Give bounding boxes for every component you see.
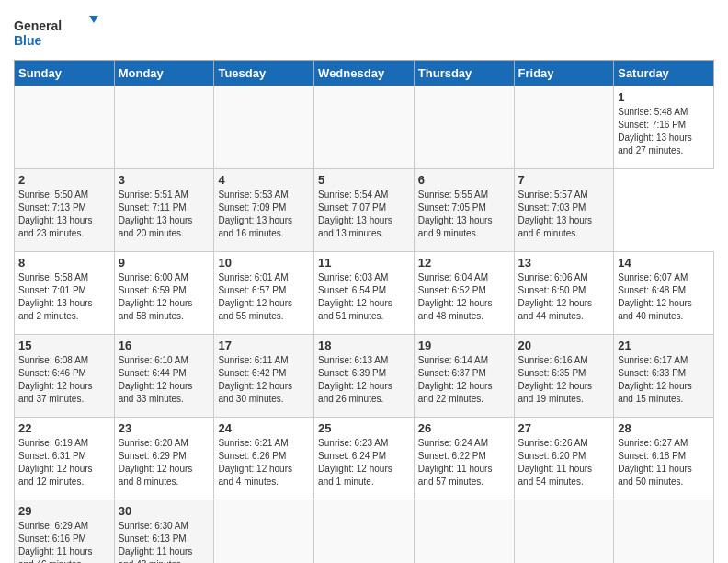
day-number: 9 xyxy=(119,256,210,270)
calendar-day-cell: 29Sunrise: 6:29 AMSunset: 6:16 PMDayligh… xyxy=(15,500,115,564)
day-info: Sunrise: 5:50 AMSunset: 7:13 PMDaylight:… xyxy=(18,189,110,240)
day-info: Sunrise: 6:21 AMSunset: 6:26 PMDaylight:… xyxy=(218,437,310,488)
day-info: Sunrise: 6:08 AMSunset: 6:46 PMDaylight:… xyxy=(18,354,110,406)
day-info: Sunrise: 6:10 AMSunset: 6:44 PMDaylight:… xyxy=(119,354,210,406)
day-number: 18 xyxy=(318,339,410,352)
day-number: 23 xyxy=(119,421,210,435)
day-info: Sunrise: 6:17 AMSunset: 6:33 PMDaylight:… xyxy=(618,354,710,406)
calendar-day-cell xyxy=(214,86,314,169)
calendar-day-cell xyxy=(414,86,514,169)
day-of-week-header: Saturday xyxy=(614,61,714,86)
calendar-day-cell: 21Sunrise: 6:17 AMSunset: 6:33 PMDayligh… xyxy=(614,335,714,418)
calendar-day-cell: 7Sunrise: 5:57 AMSunset: 7:03 PMDaylight… xyxy=(514,169,614,252)
calendar-day-cell: 2Sunrise: 5:50 AMSunset: 7:13 PMDaylight… xyxy=(15,169,115,252)
day-number: 26 xyxy=(418,421,510,435)
calendar-day-cell: 5Sunrise: 5:54 AMSunset: 7:07 PMDaylight… xyxy=(314,169,415,252)
calendar-day-cell: 15Sunrise: 6:08 AMSunset: 6:46 PMDayligh… xyxy=(15,335,115,418)
calendar-header-row: SundayMondayTuesdayWednesdayThursdayFrid… xyxy=(15,61,714,86)
calendar-day-cell: 9Sunrise: 6:00 AMSunset: 6:59 PMDaylight… xyxy=(114,252,214,335)
day-info: Sunrise: 5:55 AMSunset: 7:05 PMDaylight:… xyxy=(418,189,510,240)
day-info: Sunrise: 6:27 AMSunset: 6:18 PMDaylight:… xyxy=(618,437,710,488)
calendar-day-cell: 14Sunrise: 6:07 AMSunset: 6:48 PMDayligh… xyxy=(614,252,714,335)
day-number: 5 xyxy=(318,173,410,187)
day-number: 2 xyxy=(18,173,110,187)
day-number: 15 xyxy=(18,339,110,352)
day-info: Sunrise: 6:07 AMSunset: 6:48 PMDaylight:… xyxy=(618,271,710,323)
calendar-week-row: 2Sunrise: 5:50 AMSunset: 7:13 PMDaylight… xyxy=(15,169,714,252)
day-info: Sunrise: 5:51 AMSunset: 7:11 PMDaylight:… xyxy=(119,189,210,240)
calendar-day-cell: 18Sunrise: 6:13 AMSunset: 6:39 PMDayligh… xyxy=(314,335,415,418)
calendar-day-cell xyxy=(514,86,614,169)
logo: General Blue xyxy=(14,14,106,51)
day-number: 25 xyxy=(318,421,410,435)
calendar-day-cell: 4Sunrise: 5:53 AMSunset: 7:09 PMDaylight… xyxy=(214,169,314,252)
day-number: 19 xyxy=(418,339,510,352)
calendar-day-cell: 6Sunrise: 5:55 AMSunset: 7:05 PMDaylight… xyxy=(414,169,514,252)
day-info: Sunrise: 6:01 AMSunset: 6:57 PMDaylight:… xyxy=(218,271,310,323)
day-info: Sunrise: 6:00 AMSunset: 6:59 PMDaylight:… xyxy=(119,271,210,323)
page-header: General Blue xyxy=(14,14,714,51)
calendar-week-row: 1Sunrise: 5:48 AMSunset: 7:16 PMDaylight… xyxy=(15,86,714,169)
calendar-day-cell: 25Sunrise: 6:23 AMSunset: 6:24 PMDayligh… xyxy=(314,418,415,500)
calendar-day-cell: 20Sunrise: 6:16 AMSunset: 6:35 PMDayligh… xyxy=(514,335,614,418)
day-of-week-header: Monday xyxy=(114,61,214,86)
calendar-day-cell: 23Sunrise: 6:20 AMSunset: 6:29 PMDayligh… xyxy=(114,418,214,500)
day-number: 13 xyxy=(518,256,610,270)
calendar-day-cell: 3Sunrise: 5:51 AMSunset: 7:11 PMDaylight… xyxy=(114,169,214,252)
calendar-week-row: 22Sunrise: 6:19 AMSunset: 6:31 PMDayligh… xyxy=(15,418,714,500)
day-number: 17 xyxy=(218,339,310,352)
calendar-week-row: 8Sunrise: 5:58 AMSunset: 7:01 PMDaylight… xyxy=(15,252,714,335)
calendar-day-cell: 28Sunrise: 6:27 AMSunset: 6:18 PMDayligh… xyxy=(614,418,714,500)
calendar-day-cell: 1Sunrise: 5:48 AMSunset: 7:16 PMDaylight… xyxy=(614,86,714,169)
day-number: 28 xyxy=(618,421,710,435)
calendar-week-row: 29Sunrise: 6:29 AMSunset: 6:16 PMDayligh… xyxy=(15,500,714,564)
calendar-day-cell xyxy=(314,86,415,169)
day-number: 11 xyxy=(318,256,410,270)
day-of-week-header: Tuesday xyxy=(214,61,314,86)
day-info: Sunrise: 5:57 AMSunset: 7:03 PMDaylight:… xyxy=(518,189,610,240)
day-number: 24 xyxy=(218,421,310,435)
day-of-week-header: Thursday xyxy=(414,61,514,86)
calendar-week-row: 15Sunrise: 6:08 AMSunset: 6:46 PMDayligh… xyxy=(15,335,714,418)
day-info: Sunrise: 6:03 AMSunset: 6:54 PMDaylight:… xyxy=(318,271,410,323)
day-number: 1 xyxy=(618,90,710,104)
calendar-table: SundayMondayTuesdayWednesdayThursdayFrid… xyxy=(14,60,714,563)
day-info: Sunrise: 6:23 AMSunset: 6:24 PMDaylight:… xyxy=(318,437,410,488)
calendar-day-cell: 26Sunrise: 6:24 AMSunset: 6:22 PMDayligh… xyxy=(414,418,514,500)
day-info: Sunrise: 6:16 AMSunset: 6:35 PMDaylight:… xyxy=(518,354,610,406)
day-number: 22 xyxy=(18,421,110,435)
calendar-day-cell: 22Sunrise: 6:19 AMSunset: 6:31 PMDayligh… xyxy=(15,418,115,500)
day-info: Sunrise: 6:20 AMSunset: 6:29 PMDaylight:… xyxy=(119,437,210,488)
day-number: 7 xyxy=(518,173,610,187)
logo-svg: General Blue xyxy=(14,14,106,51)
day-number: 20 xyxy=(518,339,610,352)
svg-marker-2 xyxy=(89,16,98,23)
day-number: 29 xyxy=(18,504,110,518)
calendar-day-cell xyxy=(614,500,714,564)
calendar-day-cell: 17Sunrise: 6:11 AMSunset: 6:42 PMDayligh… xyxy=(214,335,314,418)
day-number: 21 xyxy=(618,339,710,352)
calendar-day-cell: 16Sunrise: 6:10 AMSunset: 6:44 PMDayligh… xyxy=(114,335,214,418)
day-number: 6 xyxy=(418,173,510,187)
calendar-day-cell xyxy=(15,86,115,169)
day-info: Sunrise: 6:13 AMSunset: 6:39 PMDaylight:… xyxy=(318,354,410,406)
day-info: Sunrise: 6:29 AMSunset: 6:16 PMDaylight:… xyxy=(18,520,110,563)
day-number: 4 xyxy=(218,173,310,187)
calendar-day-cell: 12Sunrise: 6:04 AMSunset: 6:52 PMDayligh… xyxy=(414,252,514,335)
day-number: 3 xyxy=(119,173,210,187)
calendar-day-cell: 10Sunrise: 6:01 AMSunset: 6:57 PMDayligh… xyxy=(214,252,314,335)
day-number: 14 xyxy=(618,256,710,270)
day-number: 30 xyxy=(119,504,210,518)
day-info: Sunrise: 6:04 AMSunset: 6:52 PMDaylight:… xyxy=(418,271,510,323)
day-number: 8 xyxy=(18,256,110,270)
day-info: Sunrise: 5:58 AMSunset: 7:01 PMDaylight:… xyxy=(18,271,110,323)
calendar-day-cell: 13Sunrise: 6:06 AMSunset: 6:50 PMDayligh… xyxy=(514,252,614,335)
day-info: Sunrise: 5:54 AMSunset: 7:07 PMDaylight:… xyxy=(318,189,410,240)
calendar-day-cell: 11Sunrise: 6:03 AMSunset: 6:54 PMDayligh… xyxy=(314,252,415,335)
calendar-day-cell xyxy=(314,500,415,564)
svg-text:Blue: Blue xyxy=(14,33,42,48)
calendar-day-cell: 30Sunrise: 6:30 AMSunset: 6:13 PMDayligh… xyxy=(114,500,214,564)
day-of-week-header: Wednesday xyxy=(314,61,415,86)
calendar-day-cell: 8Sunrise: 5:58 AMSunset: 7:01 PMDaylight… xyxy=(15,252,115,335)
calendar-day-cell: 24Sunrise: 6:21 AMSunset: 6:26 PMDayligh… xyxy=(214,418,314,500)
